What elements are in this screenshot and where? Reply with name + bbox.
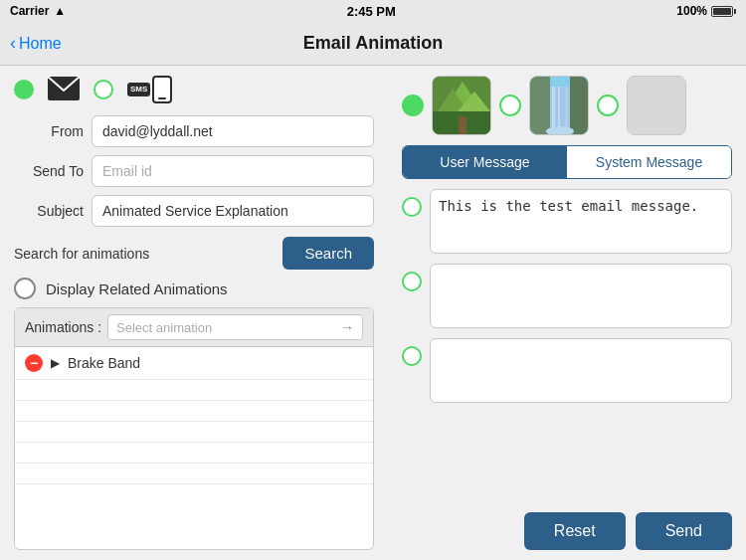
email-svg	[48, 77, 80, 100]
select-placeholder: Select animation	[116, 320, 212, 335]
message-radio-3[interactable]	[402, 346, 422, 366]
carrier-label: Carrier	[10, 4, 49, 18]
display-related-row: Display Related Animations	[14, 278, 374, 299]
phone-icon	[152, 76, 172, 103]
animation-item-0: − ▶ Brake Band	[15, 347, 373, 380]
empty-row-2	[15, 401, 373, 422]
back-label: Home	[19, 35, 62, 53]
svg-rect-8	[530, 77, 550, 135]
email-radio[interactable]	[14, 80, 34, 99]
icon-row: SMS	[14, 76, 374, 103]
animations-title: Animations :	[25, 319, 101, 335]
message-area-row-1: This is the test email message.	[402, 189, 732, 254]
thumbnail-waterfall[interactable]	[529, 76, 589, 135]
nav-bar: ‹ Home Email Animation	[0, 22, 746, 66]
page-title: Email Animation	[303, 33, 443, 54]
animation-name: Brake Band	[68, 355, 140, 371]
message-area-row-3	[402, 338, 732, 403]
subject-label: Subject	[14, 203, 84, 219]
send-button[interactable]: Send	[636, 512, 732, 550]
empty-row-5	[15, 464, 373, 484]
message-textarea-3[interactable]	[430, 338, 732, 403]
sms-radio[interactable]	[93, 80, 113, 99]
message-radio-2[interactable]	[402, 272, 422, 291]
empty-animation-rows	[15, 380, 373, 484]
thumbnails-row	[402, 76, 732, 135]
reset-button[interactable]: Reset	[524, 512, 626, 550]
animations-section: Animations : Select animation → − ▶ Brak…	[14, 307, 374, 550]
empty-row-3	[15, 422, 373, 443]
wifi-icon: ▲	[54, 4, 66, 18]
right-panel: User Message System Message This is the …	[388, 66, 746, 560]
nature-svg	[433, 77, 491, 135]
status-time: 2:45 PM	[347, 4, 396, 19]
back-chevron-icon: ‹	[10, 33, 16, 54]
from-label: From	[14, 123, 84, 139]
battery-icon	[711, 6, 736, 17]
send-to-label: Send To	[14, 163, 84, 179]
status-left: Carrier ▲	[10, 4, 66, 18]
subject-input[interactable]	[92, 195, 374, 227]
search-row: Search for animations Search	[14, 237, 374, 270]
message-tabs: User Message System Message	[402, 145, 732, 179]
thumbnail-nature[interactable]	[432, 76, 491, 135]
sms-label: SMS	[127, 83, 150, 96]
tab-system-message[interactable]: System Message	[567, 146, 731, 178]
display-related-radio[interactable]	[14, 278, 36, 299]
play-icon[interactable]: ▶	[51, 356, 60, 370]
thumb-radio-3[interactable]	[597, 94, 619, 116]
thumb-radio-1[interactable]	[402, 94, 424, 116]
waterfall-svg	[530, 77, 589, 135]
send-to-row: Send To	[14, 155, 374, 187]
battery-percent: 100%	[676, 4, 707, 18]
svg-rect-15	[628, 77, 686, 135]
remove-animation-button[interactable]: −	[25, 354, 43, 372]
animation-select-dropdown[interactable]: Select animation →	[107, 314, 363, 340]
send-to-input[interactable]	[92, 155, 374, 187]
svg-rect-6	[459, 116, 466, 135]
search-label: Search for animations	[14, 246, 275, 262]
subject-row: Subject	[14, 195, 374, 227]
status-right: 100%	[676, 4, 736, 18]
message-textarea-1[interactable]: This is the test email message.	[430, 189, 732, 254]
from-input[interactable]	[92, 115, 374, 147]
message-area-row-2	[402, 264, 732, 328]
back-button[interactable]: ‹ Home	[10, 33, 62, 54]
empty-row-1	[15, 380, 373, 401]
email-icon[interactable]	[48, 77, 80, 103]
search-button[interactable]: Search	[282, 237, 374, 270]
display-related-label: Display Related Animations	[46, 280, 228, 297]
main-content: SMS From Send To Subject Search for anim…	[0, 66, 746, 560]
thumbnail-blank[interactable]	[627, 76, 686, 135]
blank-svg	[628, 77, 686, 135]
svg-rect-9	[570, 77, 589, 135]
thumb-radio-2[interactable]	[499, 94, 521, 116]
left-panel: SMS From Send To Subject Search for anim…	[0, 66, 388, 560]
from-row: From	[14, 115, 374, 147]
message-textarea-2[interactable]	[430, 264, 732, 328]
sms-icon-group[interactable]: SMS	[127, 76, 172, 103]
tab-user-message[interactable]: User Message	[403, 146, 567, 178]
status-bar: Carrier ▲ 2:45 PM 100%	[0, 0, 746, 22]
bottom-row: Reset Send	[402, 508, 732, 550]
animations-header: Animations : Select animation →	[15, 308, 373, 347]
message-radio-1[interactable]	[402, 197, 422, 217]
empty-row-4	[15, 443, 373, 464]
select-arrow-icon: →	[340, 319, 354, 335]
